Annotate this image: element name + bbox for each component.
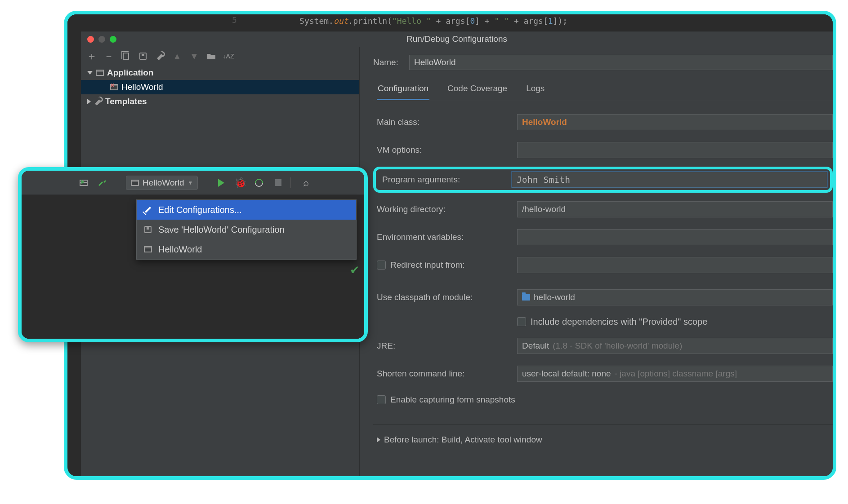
inspection-ok-icon: ✔: [350, 263, 360, 277]
program-args-label: Program arguments:: [379, 175, 512, 185]
save-icon: [143, 226, 153, 233]
build-icon[interactable]: [96, 177, 109, 189]
configuration-form: Name: Configuration Code Coverage Logs M…: [360, 47, 833, 476]
search-button[interactable]: ⌕: [299, 177, 312, 189]
tree-node-templates[interactable]: Templates: [81, 94, 359, 109]
remove-config-button[interactable]: －: [104, 52, 113, 61]
toolbar-dropdown-popup-frame: HelloWorld ▼ 🐞 ⌕ ✔ Edit Configurations..…: [18, 167, 368, 342]
snapshots-checkbox[interactable]: [377, 395, 386, 404]
working-dir-label: Working directory:: [373, 204, 509, 214]
tree-node-helloworld[interactable]: ✕ HelloWorld: [81, 80, 359, 94]
vm-options-label: VM options:: [373, 145, 509, 155]
snapshots-label: Enable capturing form snapshots: [390, 395, 515, 405]
redirect-input-field[interactable]: [517, 257, 833, 273]
application-icon: ✕: [110, 83, 119, 92]
zoom-window-button[interactable]: [110, 36, 116, 43]
expand-icon: [87, 99, 91, 104]
move-down-button[interactable]: ▼: [190, 52, 199, 61]
jre-label: JRE:: [373, 341, 509, 351]
env-vars-field[interactable]: [517, 229, 833, 245]
debug-button[interactable]: 🐞: [234, 177, 246, 189]
application-icon: [131, 180, 139, 186]
dropdown-label: Save 'HelloWorld' Configuration: [158, 225, 285, 235]
tab-code-coverage[interactable]: Code Coverage: [446, 79, 508, 100]
vm-options-field[interactable]: [517, 142, 833, 158]
module-icon: [522, 294, 530, 301]
copy-config-button[interactable]: [121, 52, 130, 61]
dropdown-item-save-config[interactable]: Save 'HelloWorld' Configuration: [137, 220, 356, 239]
dropdown-item-helloworld[interactable]: HelloWorld: [137, 239, 356, 259]
run-config-combo[interactable]: HelloWorld ▼: [126, 176, 198, 190]
env-vars-label: Environment variables:: [373, 232, 509, 242]
main-class-label: Main class:: [373, 117, 509, 127]
combo-label: HelloWorld: [143, 178, 184, 188]
pencil-icon: [143, 206, 153, 213]
program-args-highlight: Program arguments: John Smith: [373, 167, 833, 193]
redirect-input-label: Redirect input from:: [390, 260, 465, 270]
minimize-window-button[interactable]: [98, 36, 105, 43]
tree-label: Application: [107, 68, 153, 78]
include-provided-label: Include dependencies with "Provided" sco…: [531, 317, 707, 327]
window-controls: [87, 36, 116, 43]
application-icon: [95, 68, 104, 77]
working-dir-field[interactable]: /hello-world: [517, 201, 833, 217]
editor-code-line: 5 System.out.println("Hello " + args[0] …: [67, 14, 833, 31]
before-launch-expander[interactable]: Before launch: Build, Activate tool wind…: [373, 424, 833, 445]
project-structure-icon[interactable]: [77, 177, 90, 189]
name-input[interactable]: [409, 55, 833, 70]
tab-logs[interactable]: Logs: [525, 79, 545, 100]
tree-node-application[interactable]: Application: [81, 66, 359, 80]
coverage-button[interactable]: [253, 177, 265, 189]
dropdown-label: Edit Configurations...: [158, 205, 242, 215]
shorten-cmd-label: Shorten command line:: [373, 369, 509, 379]
classpath-field[interactable]: hello-world: [517, 289, 833, 305]
save-config-button[interactable]: [138, 52, 147, 61]
close-window-button[interactable]: [87, 36, 94, 43]
jre-field[interactable]: Default (1.8 - SDK of 'hello-world' modu…: [517, 338, 833, 354]
folder-action-button[interactable]: [207, 52, 216, 61]
program-args-field[interactable]: John Smith: [512, 172, 827, 188]
before-launch-label: Before launch: Build, Activate tool wind…: [384, 435, 542, 445]
tab-configuration[interactable]: Configuration: [377, 79, 429, 100]
dialog-title: Run/Debug Configurations: [81, 34, 833, 44]
stop-button[interactable]: [272, 177, 284, 189]
sort-button[interactable]: ↓AZ: [224, 52, 233, 61]
wrench-icon: [94, 97, 103, 106]
expand-icon: [377, 437, 380, 442]
classpath-label: Use classpath of module:: [373, 292, 509, 302]
ide-toolbar: HelloWorld ▼ 🐞 ⌕: [22, 171, 364, 195]
dropdown-item-edit-configs[interactable]: Edit Configurations...: [137, 200, 356, 220]
redirect-input-checkbox[interactable]: [377, 261, 386, 270]
chevron-down-icon: ▼: [188, 180, 193, 186]
run-config-dropdown: Edit Configurations... Save 'HelloWorld'…: [136, 199, 357, 260]
application-icon: [143, 246, 153, 252]
move-up-button[interactable]: ▲: [173, 52, 182, 61]
add-config-button[interactable]: ＋: [87, 52, 96, 61]
shorten-cmd-field[interactable]: user-local default: none - java [options…: [517, 366, 833, 382]
dropdown-label: HelloWorld: [158, 244, 202, 255]
editor-line-number: 5: [232, 15, 237, 25]
expand-icon: [87, 71, 93, 75]
main-class-field[interactable]: HelloWorld: [517, 114, 833, 130]
tree-label: HelloWorld: [121, 82, 163, 92]
config-tabs: Configuration Code Coverage Logs: [373, 79, 833, 100]
name-label: Name:: [373, 57, 398, 67]
include-provided-checkbox[interactable]: [517, 317, 526, 326]
run-button[interactable]: [215, 177, 228, 189]
dialog-titlebar: Run/Debug Configurations: [81, 31, 833, 47]
tree-toolbar: ＋ － ▲ ▼ ↓AZ: [81, 47, 359, 66]
tree-label: Templates: [105, 97, 147, 106]
edit-config-button[interactable]: [156, 52, 165, 61]
